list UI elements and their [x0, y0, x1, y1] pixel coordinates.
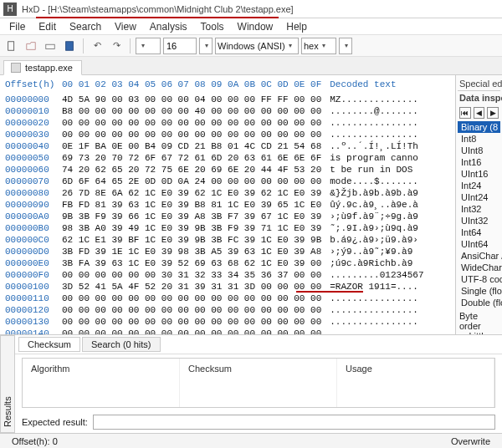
hex-row[interactable]: 0000003000 00 00 00 00 00 00 00 00 00 00… [5, 129, 455, 140]
type-item[interactable]: Single (float [458, 285, 500, 297]
charset-select[interactable]: Windows (ANSI) [215, 38, 299, 54]
title-underline-annotation [36, 17, 279, 18]
new-icon[interactable] [3, 38, 20, 54]
expected-result-input[interactable] [93, 415, 495, 430]
hex-row[interactable]: 000000A09B 3B F9 39 66 1C E0 39 A8 3B F7… [5, 211, 455, 222]
hex-row[interactable]: 0000006074 20 62 65 20 72 75 6E 20 69 6E… [5, 164, 455, 176]
menu-analysis[interactable]: Analysis [144, 19, 193, 34]
hex-row[interactable]: 0000012000 00 00 00 00 00 00 00 00 00 00… [5, 304, 455, 316]
dropdown-extra[interactable] [339, 38, 352, 54]
byte-header: 00 01 02 03 04 05 06 07 08 09 0A 0B 0C 0… [62, 79, 321, 90]
type-item[interactable]: Int32 [458, 203, 500, 215]
hex-row[interactable]: 000000004D 5A 90 00 03 00 00 00 04 00 00… [5, 94, 455, 105]
hex-editor[interactable]: Offset(h) 00 01 02 03 04 05 06 07 08 09 … [0, 75, 455, 334]
file-tab[interactable]: testapp.exe [3, 60, 82, 75]
drive-icon[interactable] [42, 38, 59, 54]
nav-next-icon[interactable]: ▶ [487, 107, 499, 119]
inspector-header: Data inspec [458, 93, 500, 103]
hex-row[interactable]: 0000013000 00 00 00 00 00 00 00 00 00 00… [5, 316, 455, 328]
status-bar: Offset(h): 0 Overwrite [0, 433, 502, 448]
type-item[interactable]: UTF-8 code [458, 273, 500, 285]
bottom-panel: Results Checksum Search (0 hits) Algorit… [0, 334, 502, 433]
byte-order-label: Byte order [459, 311, 499, 331]
type-item[interactable]: Int16 [458, 156, 500, 168]
hex-row[interactable]: 0000002000 00 00 00 00 00 00 00 00 00 00… [5, 117, 455, 129]
hex-row[interactable]: 000000F000 00 00 00 00 00 30 31 32 33 34… [5, 269, 455, 281]
type-item[interactable]: UInt24 [458, 191, 500, 203]
menu-edit[interactable]: Edit [33, 19, 62, 34]
main-area: Offset(h) 00 01 02 03 04 05 06 07 08 09 … [0, 75, 502, 334]
type-item[interactable]: WideChar / [458, 262, 500, 273]
app-icon: H [3, 3, 17, 16]
file-tab-bar: testapp.exe [0, 57, 502, 75]
svg-rect-1 [46, 44, 55, 48]
little-endian-radio[interactable]: Little en [459, 331, 499, 334]
expected-result-label: Expected result: [22, 417, 88, 427]
hex-row[interactable]: 000000706D 6F 64 65 2E 0D 0D 0A 24 00 00… [5, 176, 455, 187]
window-title: HxD - [H:\Steam\steamapps\common\Midnigh… [22, 4, 294, 14]
type-item[interactable]: Int24 [458, 180, 500, 191]
hex-row[interactable]: 0000014000 00 00 00 00 00 00 00 00 00 00… [5, 328, 455, 334]
type-item[interactable]: UInt32 [458, 215, 500, 227]
hex-row[interactable]: 000000E03B FA 39 63 1C E0 39 52 69 63 68… [5, 257, 455, 269]
bytes-per-group-input[interactable] [163, 38, 197, 54]
nav-prev-icon[interactable]: ◀ [474, 107, 485, 119]
hex-row[interactable]: 00000090FB FD 81 39 63 1C E0 39 B8 81 1C… [5, 199, 455, 211]
type-item[interactable]: UInt64 [458, 238, 500, 250]
nav-first-icon[interactable]: ⏮ [459, 107, 471, 119]
redo-icon[interactable]: ↷ [108, 38, 125, 54]
file-icon [11, 63, 21, 73]
status-mode: Overwrite [444, 436, 497, 446]
svg-rect-0 [8, 41, 14, 50]
undo-icon[interactable]: ↶ [89, 38, 105, 54]
results-grid[interactable]: Algorithm Checksum Usage [22, 358, 495, 408]
menu-search[interactable]: Search [64, 19, 107, 34]
status-offset: Offset(h): 0 [5, 436, 64, 446]
title-bar: H HxD - [H:\Steam\steamapps\common\Midni… [0, 0, 502, 18]
hex-row[interactable]: 000000B098 3B A0 39 49 1C E0 39 9B 3B F9… [5, 222, 455, 234]
col-checksum: Checksum [180, 359, 337, 407]
file-tab-label: testapp.exe [25, 63, 73, 73]
menu-bar: File Edit Search View Analysis Tools Win… [0, 18, 502, 35]
save-icon[interactable] [61, 38, 78, 54]
type-item[interactable]: UInt16 [458, 168, 500, 180]
data-inspector: Special editor Data inspec ⏮ ◀ ▶ Binary … [455, 75, 502, 334]
results-side-tab[interactable]: Results [0, 335, 15, 433]
menu-help[interactable]: Help [280, 19, 313, 34]
hex-row[interactable]: 0000005069 73 20 70 72 6F 67 72 61 6D 20… [5, 152, 455, 164]
col-usage: Usage [337, 359, 494, 407]
checksum-tab[interactable]: Checksum [18, 337, 80, 352]
open-icon[interactable] [23, 38, 39, 54]
hex-row[interactable]: 000000C062 1C E1 39 BF 1C E0 39 9B 3B FC… [5, 234, 455, 246]
group-stepper[interactable] [199, 38, 213, 54]
type-item[interactable]: UInt8 [458, 145, 500, 156]
menu-tools[interactable]: Tools [195, 19, 230, 34]
col-algorithm: Algorithm [23, 359, 180, 407]
base-select[interactable]: hex [301, 38, 336, 54]
decoded-header: Decoded text [330, 79, 396, 90]
toolbar: ↶ ↷ Windows (ANSI) hex [0, 35, 502, 57]
hex-row[interactable]: 000000400E 1F BA 0E 00 B4 09 CD 21 B8 01… [5, 140, 455, 152]
menu-file[interactable]: File [3, 19, 31, 34]
svg-rect-2 [66, 41, 74, 50]
dropdown-group-a[interactable] [136, 38, 161, 54]
hex-row[interactable]: 000000D03B FD 39 1E 1C E0 39 98 3B A5 39… [5, 246, 455, 257]
decoded-underline-annotation [296, 291, 363, 293]
type-item[interactable]: AnsiChar / [458, 250, 500, 262]
offset-header: Offset(h) [5, 79, 62, 90]
type-item[interactable]: Int64 [458, 227, 500, 238]
hex-row[interactable]: 0000011000 00 00 00 00 00 00 00 00 00 00… [5, 293, 455, 304]
hex-row[interactable]: 0000008026 7D 8E 6A 62 1C E0 39 62 1C E0… [5, 187, 455, 199]
type-item[interactable]: Double (floa [458, 297, 500, 308]
search-tab[interactable]: Search (0 hits) [82, 337, 161, 352]
special-editors-header: Special editor [458, 79, 500, 89]
menu-window[interactable]: Window [232, 19, 279, 34]
menu-view[interactable]: View [109, 19, 142, 34]
hex-row[interactable]: 000001003D 52 41 5A 4F 52 20 31 39 31 31… [5, 281, 455, 293]
type-item[interactable]: Int8 [458, 133, 500, 145]
type-item[interactable]: Binary (8 bit [458, 121, 500, 133]
type-list[interactable]: Binary (8 bitInt8UInt8Int16UInt16Int24UI… [458, 121, 500, 308]
hex-row[interactable]: 00000010B8 00 00 00 00 00 00 00 40 00 00… [5, 105, 455, 117]
